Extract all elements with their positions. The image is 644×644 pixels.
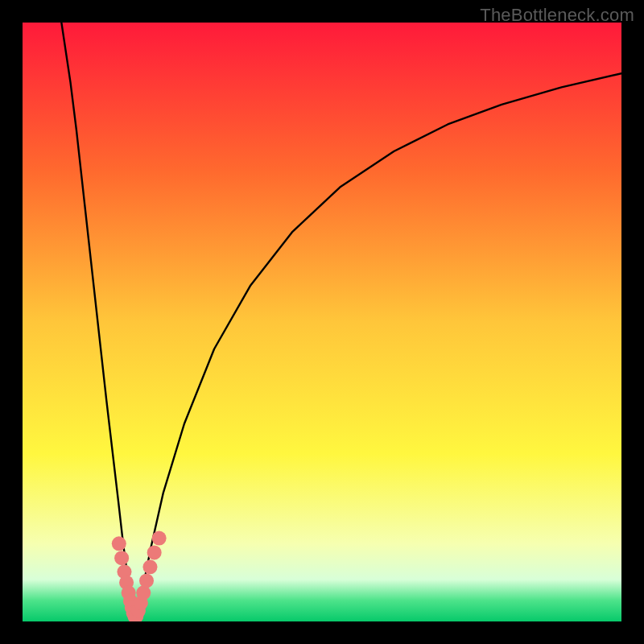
chart-dot (152, 531, 167, 546)
chart-dot (147, 545, 162, 559)
chart-plot-area (23, 23, 621, 621)
chart-dot (142, 559, 157, 574)
chart-dot (112, 536, 126, 551)
chart-svg (23, 23, 621, 621)
chart-background (23, 23, 621, 621)
outer-frame: TheBottleneck.com (0, 0, 644, 644)
chart-dot (139, 573, 154, 588)
chart-dot (114, 551, 129, 565)
